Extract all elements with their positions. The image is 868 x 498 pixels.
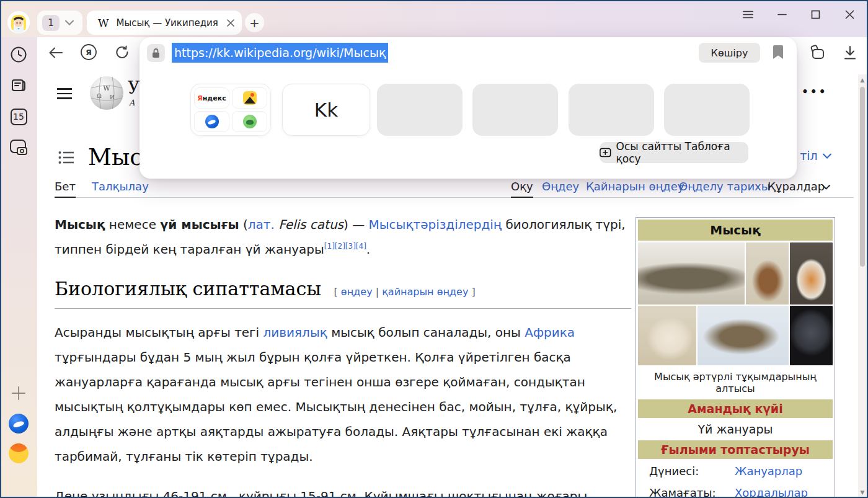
tab-edit[interactable]: Өңдеу bbox=[542, 180, 579, 193]
calendar-button[interactable]: 15 bbox=[9, 107, 29, 127]
yandex-word-ya: Я bbox=[197, 94, 202, 102]
window-menu-button[interactable] bbox=[742, 8, 754, 20]
tablo-empty-tile[interactable] bbox=[664, 84, 750, 136]
tablo-empty-tile[interactable] bbox=[569, 84, 654, 136]
yandex-search-button[interactable]: Я bbox=[80, 43, 97, 61]
text-span: тұрғындары бұдан 5 мың жыл бұрын қолға ү… bbox=[55, 350, 617, 464]
window-close-button[interactable] bbox=[843, 8, 856, 20]
back-arrow-icon bbox=[48, 47, 63, 59]
cat-photo-abyssinian[interactable] bbox=[746, 242, 789, 305]
table-of-contents-icon[interactable] bbox=[58, 151, 74, 164]
reload-button[interactable] bbox=[113, 44, 131, 61]
maximize-button[interactable] bbox=[809, 8, 822, 20]
copy-url-button[interactable]: Көшіру bbox=[699, 43, 760, 63]
scroll-up-arrow[interactable]: ▲ bbox=[858, 76, 867, 84]
tablo-empty-tile[interactable] bbox=[472, 84, 558, 136]
paragraph-1: Асыранды мысықтың арғы тегі ливиялық мыс… bbox=[55, 320, 631, 469]
cat-photo-tabby-snow[interactable] bbox=[698, 306, 789, 365]
notes-button[interactable] bbox=[9, 75, 29, 95]
back-button[interactable] bbox=[47, 44, 64, 61]
tablo-tile-kk-wikipedia[interactable]: Kk bbox=[282, 84, 370, 136]
link-latin[interactable]: лат. bbox=[248, 217, 275, 232]
wikipedia-favicon: W bbox=[98, 17, 108, 29]
profile-avatar[interactable] bbox=[7, 11, 30, 33]
lock-icon bbox=[151, 48, 161, 58]
svg-text:Я: Я bbox=[86, 48, 92, 57]
yandex-disk-button[interactable] bbox=[9, 414, 29, 434]
address-bar-url-selected[interactable]: https://kk.wikipedia.org/wiki/Мысық bbox=[172, 43, 388, 63]
cat-photo-ginger-white[interactable] bbox=[790, 242, 833, 305]
text-span: ( bbox=[239, 217, 248, 232]
browser-window: 1 W Мысық — Уикипедия + bbox=[0, 0, 868, 498]
bookmark-button[interactable] bbox=[773, 45, 783, 59]
taxobox-caption: Мысық әртүрлі тұқымдарының алтысы bbox=[638, 367, 833, 399]
collections-button[interactable] bbox=[808, 44, 825, 61]
history-button[interactable] bbox=[9, 45, 29, 64]
taxonomy-link-phylum[interactable]: Хордалылар bbox=[735, 486, 808, 498]
chevron-down-icon bbox=[823, 153, 831, 159]
new-tab-button[interactable]: + bbox=[245, 13, 264, 32]
wikipedia-tagline-partial: A bbox=[129, 98, 135, 107]
taxobox-image-grid bbox=[638, 242, 833, 365]
wikipedia-globe-logo[interactable]: W Ω И bbox=[89, 74, 125, 112]
tab-tools[interactable]: Құралдар bbox=[768, 180, 825, 193]
text-span: үй мысығы bbox=[160, 217, 239, 232]
yandex-green-service-tile[interactable] bbox=[232, 111, 267, 132]
bookmark-icon bbox=[773, 45, 783, 59]
yandex-images-tile[interactable] bbox=[232, 87, 267, 109]
tools-chevron-icon[interactable] bbox=[822, 185, 830, 190]
site-security-button[interactable] bbox=[147, 44, 165, 62]
yandex-search-tile[interactable]: Яндекс bbox=[194, 87, 229, 109]
ref-links[interactable]: [1][2][3][4] bbox=[324, 242, 366, 251]
cat-photo-siamese[interactable] bbox=[638, 306, 696, 365]
edit-source-link[interactable]: қайнарын өңдеу bbox=[382, 286, 468, 298]
tablo-empty-tile[interactable] bbox=[377, 84, 463, 136]
page-scrollbar[interactable]: ▲ ▼ bbox=[858, 74, 867, 498]
omnibox-dropdown: https://kk.wikipedia.org/wiki/Мысық Көші… bbox=[140, 37, 797, 179]
add-to-tablo-label: Осы сайтты Таблоға қосу bbox=[616, 140, 748, 165]
tab-history[interactable]: Өңделу тарихы bbox=[679, 180, 770, 193]
sidebar-add-button[interactable] bbox=[9, 383, 29, 403]
yandex-services-tile[interactable]: Яндекс bbox=[190, 84, 271, 136]
classification-header: Ғылыми топтастыруы bbox=[638, 440, 833, 459]
browser-tab[interactable]: W Мысық — Уикипедия bbox=[87, 11, 242, 35]
cat-photo-gray-dark[interactable] bbox=[790, 306, 833, 365]
yandex-mail-icon bbox=[9, 443, 29, 463]
article-body: Мысық немесе үй мысығы (лат. Felis catus… bbox=[55, 212, 631, 498]
chevron-down-icon bbox=[65, 20, 74, 25]
screenshot-button[interactable] bbox=[9, 138, 29, 158]
header-more-menu[interactable]: ••• bbox=[802, 86, 828, 98]
tab-article[interactable]: Бет bbox=[55, 180, 76, 193]
downloads-button[interactable] bbox=[841, 44, 859, 61]
link-felidae[interactable]: Мысықтәрізділердің bbox=[369, 217, 502, 232]
tab-read[interactable]: Оқу bbox=[511, 180, 533, 193]
yandex-mail-button[interactable] bbox=[9, 443, 29, 463]
add-to-tablo-button[interactable]: Осы сайтты Таблоға қосу bbox=[600, 142, 748, 163]
cat-photo-tabby-lying[interactable] bbox=[638, 242, 745, 305]
taxonomy-link-kingdom[interactable]: Жануарлар bbox=[735, 465, 802, 478]
tab-talk[interactable]: Талқылау bbox=[92, 180, 149, 193]
link-libyan[interactable]: ливиялық bbox=[264, 325, 327, 340]
status-header: Амандық күйі bbox=[638, 399, 833, 418]
link-africa[interactable]: Африка bbox=[525, 325, 575, 340]
section-heading-row: Биологиялық сипаттамасы [ өңдеу | қайнар… bbox=[55, 277, 631, 309]
yandex-disk-tile[interactable] bbox=[194, 111, 229, 132]
tab-group-counter[interactable]: 1 bbox=[37, 11, 82, 35]
wiki-tab-bar: Бет Талқылау Оқу Өңдеу Қайнарын өңдеу Өң… bbox=[55, 180, 854, 198]
edit-link[interactable]: өңдеу bbox=[341, 286, 373, 298]
scrollbar-thumb[interactable] bbox=[860, 87, 865, 267]
tab-close-icon[interactable] bbox=[227, 19, 234, 27]
scroll-down-arrow[interactable]: ▼ bbox=[858, 488, 867, 497]
text-span: ) — bbox=[343, 217, 369, 232]
text-span: [ bbox=[334, 286, 341, 298]
yandex-images-icon bbox=[243, 91, 257, 105]
text-span: Асыранды мысықтың арғы тегі bbox=[55, 325, 264, 340]
tab-edit-source[interactable]: Қайнарын өңдеу bbox=[586, 180, 684, 193]
date-badge: 15 bbox=[11, 109, 27, 125]
section-edit-links: [ өңдеу | қайнарын өңдеу ] bbox=[334, 286, 476, 298]
minimize-button[interactable] bbox=[776, 8, 788, 20]
text-span: . bbox=[366, 242, 370, 257]
taxobox-title: Мысық bbox=[638, 220, 833, 241]
wiki-main-menu-button[interactable] bbox=[57, 88, 72, 99]
taxonomy-label: Дүниесі: bbox=[649, 465, 735, 478]
